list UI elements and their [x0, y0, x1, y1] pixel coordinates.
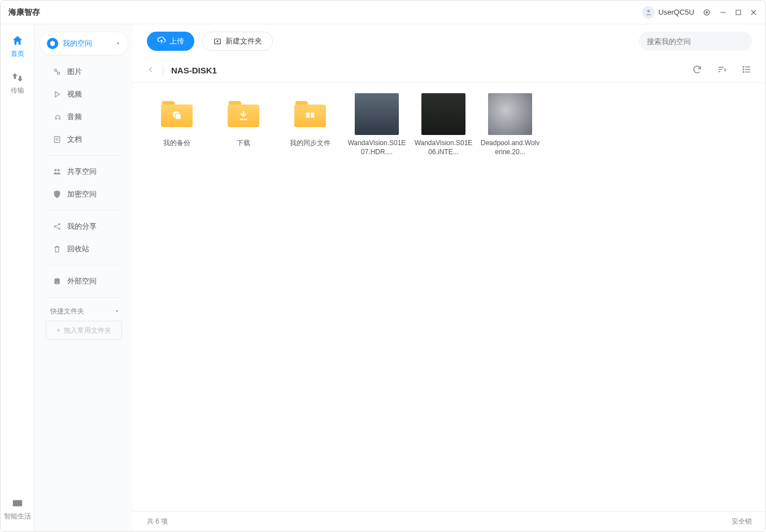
rail-smartlife[interactable]: 智能生活	[4, 497, 31, 521]
item-name: 下载	[237, 138, 250, 147]
sidebar-recycle-label: 回收站	[67, 244, 89, 254]
svg-marker-11	[55, 91, 60, 97]
user-name: UserQC5U	[658, 8, 694, 16]
svg-point-33	[743, 67, 744, 68]
sidebar-external-label: 外部空间	[67, 276, 97, 286]
sidebar-myshare-label: 我的分享	[67, 221, 97, 232]
rail-home-label: 首页	[11, 49, 24, 59]
svg-point-17	[54, 225, 55, 227]
left-rail: 首页 传输 智能生活	[1, 24, 34, 531]
folder-item[interactable]: 下载	[214, 93, 273, 156]
minimize-button[interactable]	[719, 8, 727, 16]
sidebar-secure-label: 加密空间	[67, 189, 97, 199]
quick-folders-label: 快捷文件夹	[50, 307, 84, 316]
maximize-button[interactable]	[735, 9, 742, 16]
settings-icon[interactable]	[702, 8, 711, 17]
item-name: WandaVision.S01E06.iNTE...	[414, 138, 473, 156]
sidebar-tab-pic-label: 图片	[67, 67, 82, 77]
video-item[interactable]: WandaVision.S01E06.iNTE...	[414, 93, 473, 156]
new-folder-button[interactable]: 新建文件夹	[202, 32, 273, 51]
video-item[interactable]: WandaVision.S01E07.HDR....	[347, 93, 407, 156]
sidebar-external[interactable]: 外部空间	[40, 270, 128, 293]
sidebar-tab-doc-label: 文档	[67, 134, 82, 145]
svg-point-2	[706, 11, 708, 13]
video-thumbnail	[488, 93, 532, 135]
sort-button[interactable]	[717, 64, 727, 76]
content-area: 上传 新建文件夹 NAS-DISK1	[133, 24, 765, 531]
rail-home[interactable]: 首页	[11, 34, 24, 59]
svg-point-35	[743, 72, 744, 73]
upload-button[interactable]: 上传	[147, 32, 194, 51]
sidebar-tab-audio[interactable]: 音频	[40, 106, 128, 128]
sidebar-tab-video[interactable]: 视频	[40, 83, 128, 106]
sidebar-shared-label: 共享空间	[67, 167, 97, 177]
quick-folders-hint: 拖入常用文件夹	[64, 326, 111, 335]
space-icon	[47, 38, 58, 49]
quick-folders-dropzone[interactable]: + 拖入常用文件夹	[46, 321, 122, 340]
svg-point-21	[56, 282, 58, 284]
rail-smartlife-label: 智能生活	[4, 512, 31, 521]
item-name: 我的备份	[163, 138, 190, 147]
back-button[interactable]	[147, 66, 155, 75]
status-count: 共 6 项	[147, 517, 168, 526]
avatar-icon	[642, 6, 655, 19]
svg-rect-37	[175, 114, 181, 119]
svg-point-1	[704, 10, 709, 15]
space-selector-label: 我的空间	[63, 38, 111, 49]
user-menu[interactable]: UserQC5U	[642, 6, 694, 19]
svg-point-34	[743, 69, 744, 70]
sidebar-tab-audio-label: 音频	[67, 112, 82, 122]
item-name: 我的同步文件	[290, 138, 330, 147]
refresh-button[interactable]	[692, 64, 702, 76]
upload-button-label: 上传	[169, 36, 184, 46]
video-thumbnail	[355, 93, 399, 135]
folder-item[interactable]: 我的同步文件	[280, 93, 340, 156]
svg-rect-38	[306, 112, 310, 117]
chevron-down-icon	[115, 40, 121, 48]
svg-rect-20	[54, 278, 59, 285]
sidebar-tab-video-label: 视频	[67, 89, 82, 99]
svg-point-16	[58, 169, 60, 171]
svg-rect-4	[736, 10, 741, 15]
divider	[163, 66, 163, 76]
svg-point-15	[54, 169, 56, 171]
sidebar-recycle[interactable]: 回收站	[40, 238, 128, 260]
app-title: 海康智存	[8, 7, 40, 18]
quick-folders-header[interactable]: 快捷文件夹	[40, 302, 128, 321]
svg-point-18	[58, 223, 60, 225]
sidebar-myshare[interactable]: 我的分享	[40, 215, 128, 238]
svg-rect-7	[12, 500, 22, 507]
sidebar: 我的空间 图片 视频 音频 文档 共享空间 加密空间	[34, 24, 133, 531]
sidebar-tab-pic[interactable]: 图片	[40, 60, 128, 83]
search-box[interactable]	[639, 32, 752, 51]
item-name: Deadpool.and.Wolverine.20...	[480, 138, 540, 156]
sidebar-shared[interactable]: 共享空间	[40, 160, 128, 183]
svg-marker-8	[50, 41, 55, 46]
svg-point-19	[58, 228, 60, 229]
search-input[interactable]	[647, 37, 742, 46]
svg-rect-39	[311, 112, 314, 117]
svg-rect-12	[54, 137, 59, 143]
video-item[interactable]: Deadpool.and.Wolverine.20...	[480, 93, 540, 156]
breadcrumb-current[interactable]: NAS-DISK1	[171, 66, 217, 75]
svg-point-0	[647, 10, 650, 12]
plus-icon: +	[56, 326, 60, 334]
space-selector[interactable]: 我的空间	[40, 32, 128, 55]
item-name: WandaVision.S01E07.HDR....	[347, 138, 407, 156]
rail-transfer-label: 传输	[11, 86, 24, 95]
chevron-down-icon	[114, 308, 120, 316]
status-lock[interactable]: 安全锁	[732, 517, 752, 526]
close-button[interactable]	[750, 8, 758, 16]
list-view-button[interactable]	[742, 64, 752, 76]
folder-item[interactable]: 我的备份	[147, 93, 207, 156]
new-folder-button-label: 新建文件夹	[225, 36, 262, 46]
file-grid: 我的备份下载我的同步文件WandaVision.S01E07.HDR....Wa…	[133, 83, 765, 511]
rail-transfer[interactable]: 传输	[11, 71, 24, 95]
sidebar-secure[interactable]: 加密空间	[40, 183, 128, 206]
video-thumbnail	[421, 93, 465, 135]
sidebar-tab-doc[interactable]: 文档	[40, 128, 128, 151]
